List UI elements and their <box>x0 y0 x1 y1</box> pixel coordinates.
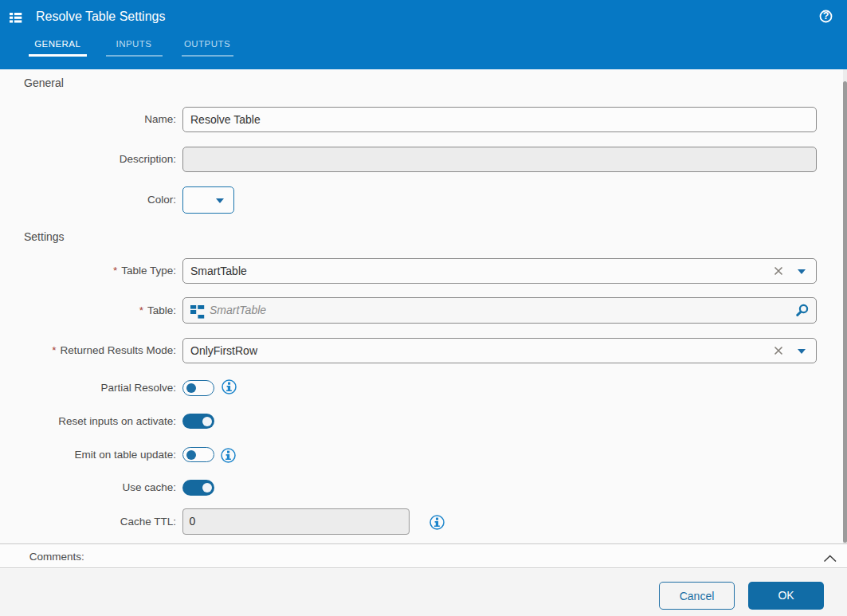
svg-text:?: ? <box>823 10 829 22</box>
